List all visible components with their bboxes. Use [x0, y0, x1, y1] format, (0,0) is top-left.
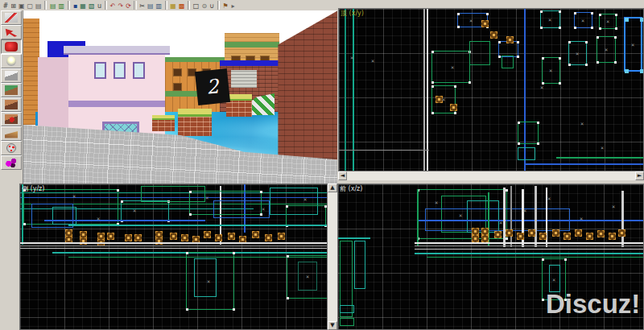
- brush-outline[interactable]: [518, 147, 535, 160]
- brush-handle[interactable]: [324, 205, 327, 208]
- grid-snap-icon[interactable]: ⊞: [10, 1, 17, 10]
- brush-handle[interactable]: [559, 57, 561, 60]
- selection-box-icon[interactable]: □: [192, 1, 200, 10]
- brush-handle[interactable]: [615, 27, 617, 30]
- run-map-icon[interactable]: ⚑: [221, 1, 229, 10]
- brush-handle[interactable]: [597, 36, 599, 39]
- entity-box[interactable]: [528, 229, 535, 237]
- brown-brush-tool-button[interactable]: [1, 97, 22, 112]
- entity-box[interactable]: [481, 235, 489, 242]
- entity-box[interactable]: [575, 229, 582, 237]
- brush-handle[interactable]: [260, 191, 262, 193]
- brush-handle[interactable]: [597, 61, 599, 64]
- scrollbar-track[interactable]: [328, 192, 337, 321]
- brush-handle[interactable]: [431, 51, 434, 53]
- brush-handle[interactable]: [542, 57, 544, 60]
- entity-box[interactable]: [450, 104, 457, 111]
- link-icon[interactable]: u: [96, 1, 102, 10]
- marked-brush-tool-button[interactable]: [1, 112, 22, 126]
- vertex-sphere-tool-button[interactable]: [1, 141, 22, 155]
- entity-box[interactable]: [552, 229, 559, 237]
- brush-handle[interactable]: [506, 237, 508, 240]
- brush-outline[interactable]: [469, 41, 490, 65]
- entity-box[interactable]: [494, 231, 502, 238]
- entity-box[interactable]: [228, 233, 235, 240]
- viewport-2d-front[interactable]: 前 (x/z) Discuz! ××××××××: [337, 184, 644, 330]
- brush-handle[interactable]: [431, 81, 434, 84]
- move-rotate-tool-button[interactable]: [1, 39, 22, 54]
- brush-handle[interactable]: [186, 308, 188, 311]
- entity-box[interactable]: [609, 233, 616, 240]
- brush-handle[interactable]: [615, 14, 617, 16]
- brush-handle[interactable]: [542, 299, 544, 301]
- brush-edge-line[interactable]: [44, 220, 205, 221]
- scroll-up-button[interactable]: ▲: [328, 184, 337, 192]
- brush-edge-line[interactable]: [415, 242, 644, 244]
- brush-handle[interactable]: [233, 308, 235, 311]
- brush-handle[interactable]: [189, 191, 192, 193]
- brush-handle[interactable]: [599, 27, 601, 30]
- brush-handle[interactable]: [559, 10, 561, 13]
- entity-view-icon[interactable]: ▧: [88, 1, 96, 10]
- scroll-down-button[interactable]: ▼: [328, 321, 337, 330]
- brush-outline[interactable]: [518, 122, 539, 144]
- entity-box[interactable]: [134, 234, 142, 241]
- brush-edge-line[interactable]: [535, 186, 537, 247]
- grid-step-icon[interactable]: ▤: [35, 1, 43, 10]
- open-group-icon[interactable]: ▥: [57, 1, 65, 10]
- textured-brush-tool-button[interactable]: [1, 83, 22, 97]
- entity-box[interactable]: [204, 231, 211, 238]
- brush-handle[interactable]: [498, 41, 501, 43]
- brush-handle[interactable]: [585, 64, 588, 66]
- brush-handle[interactable]: [640, 69, 644, 73]
- brush-handle[interactable]: [517, 56, 519, 58]
- brush-handle[interactable]: [540, 27, 543, 29]
- brush-edge-line[interactable]: [423, 9, 425, 171]
- brush-handle[interactable]: [23, 223, 26, 225]
- brush-outline[interactable]: [194, 258, 217, 297]
- entity-box[interactable]: [252, 231, 259, 238]
- entity-box[interactable]: [586, 233, 593, 240]
- texture-lock-icon[interactable]: ▦: [169, 1, 177, 10]
- entity-box[interactable]: [278, 233, 285, 240]
- viewport-2d-side[interactable]: 侧 (y/z) ××××××××: [19, 184, 328, 330]
- brush-handle[interactable]: [506, 189, 508, 192]
- brush-edge-line[interactable]: [524, 163, 644, 165]
- brush-edge-line[interactable]: [427, 257, 644, 258]
- pointer-mode-icon[interactable]: ▸: [230, 1, 237, 10]
- brush-handle[interactable]: [469, 81, 471, 84]
- new-group-icon[interactable]: ▤: [49, 1, 57, 10]
- brush-handle[interactable]: [454, 112, 456, 114]
- entity-box[interactable]: [265, 234, 272, 241]
- brush-handle[interactable]: [559, 82, 561, 85]
- brush-handle[interactable]: [498, 56, 501, 58]
- brush-handle[interactable]: [189, 213, 192, 216]
- brush-edge-line[interactable]: [338, 237, 370, 239]
- grid-toggle-icon[interactable]: #: [2, 1, 10, 10]
- brush-handle[interactable]: [517, 41, 519, 43]
- entity-box[interactable]: [539, 233, 547, 240]
- brush-handle[interactable]: [564, 258, 567, 261]
- pen-tool-button[interactable]: [1, 10, 22, 25]
- brush-edge-line[interactable]: [524, 9, 526, 171]
- world-icon[interactable]: ▪: [72, 1, 78, 10]
- brush-handle[interactable]: [286, 205, 288, 208]
- smaller-grid-icon[interactable]: ▣: [18, 1, 26, 10]
- entity-group-tool-button[interactable]: [1, 155, 22, 170]
- entity-box[interactable]: [481, 228, 489, 235]
- brush-edge-line[interactable]: [339, 150, 429, 151]
- entity-box[interactable]: [618, 229, 625, 237]
- cut-icon[interactable]: ✂: [138, 1, 146, 10]
- history-icon[interactable]: ⟳: [125, 1, 132, 10]
- brush-handle[interactable]: [518, 142, 520, 145]
- brush-handle[interactable]: [457, 26, 460, 28]
- brush-edge-line[interactable]: [503, 188, 506, 247]
- entity-box[interactable]: [506, 36, 514, 43]
- vertical-scrollbar[interactable]: ▲ ▼: [328, 184, 337, 330]
- brush-handle[interactable]: [585, 41, 588, 43]
- entity-box[interactable]: [181, 234, 188, 241]
- zoom-tool-icon[interactable]: ⊙: [200, 1, 208, 10]
- brush-outline[interactable]: [52, 207, 76, 225]
- paste-icon[interactable]: ▥: [155, 1, 163, 10]
- copy-icon[interactable]: ▤: [147, 1, 155, 10]
